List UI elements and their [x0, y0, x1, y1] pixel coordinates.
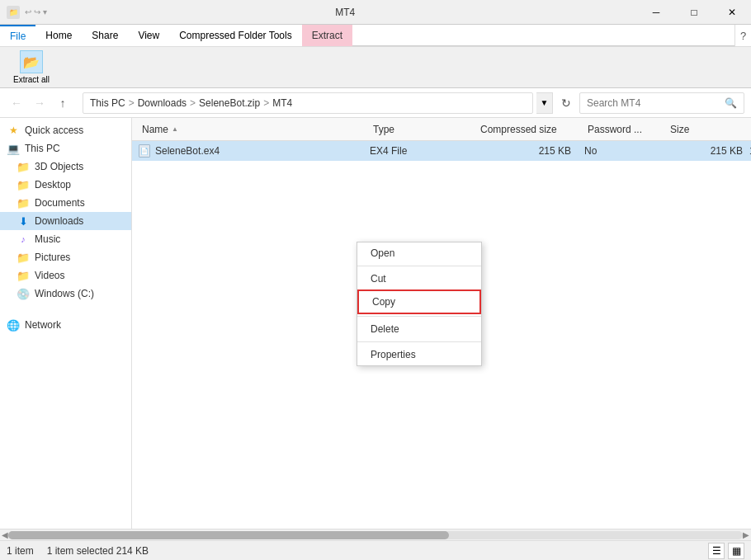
- extract-all-label: Extract all: [13, 75, 50, 84]
- drive-icon: 💿: [17, 287, 30, 300]
- sidebar-label-music: Music: [35, 233, 60, 245]
- help-button[interactable]: ?: [734, 25, 751, 46]
- sidebar-item-videos[interactable]: 📁 Videos: [0, 266, 131, 285]
- address-path[interactable]: This PC > Downloads > SeleneBot.zip > MT…: [83, 92, 533, 114]
- file-size-cell: 215 KB: [667, 145, 749, 157]
- sidebar-label-this-pc: This PC: [25, 143, 60, 154]
- back-button[interactable]: ←: [7, 93, 26, 113]
- horizontal-scrollbar[interactable]: ◀ ▶: [0, 529, 751, 540]
- sidebar-item-this-pc[interactable]: 💻 This PC: [0, 139, 131, 158]
- sidebar-label-pictures: Pictures: [35, 252, 70, 263]
- title-bar-icons: 📁 ↩ ↪ ▾: [0, 6, 54, 19]
- context-menu-item-delete[interactable]: Delete: [357, 318, 481, 340]
- file-name-cell: 📄 SeleneBot.ex4: [139, 144, 370, 158]
- music-icon: ♪: [17, 233, 30, 246]
- col-header-compressed[interactable]: Compressed size: [477, 124, 584, 135]
- path-seg-zip: SeleneBot.zip: [199, 97, 260, 109]
- search-icon: 🔍: [725, 97, 737, 109]
- desktop-icon: 📁: [17, 178, 30, 191]
- network-icon: 🌐: [7, 318, 20, 332]
- address-dropdown-button[interactable]: ▼: [536, 92, 553, 114]
- forward-button[interactable]: →: [30, 93, 50, 113]
- minimize-button[interactable]: ─: [637, 0, 675, 25]
- tab-home[interactable]: Home: [35, 25, 82, 46]
- 3d-folder-icon: 📁: [17, 160, 30, 173]
- scrollbar-thumb[interactable]: [8, 531, 449, 539]
- sidebar-item-3d-objects[interactable]: 📁 3D Objects: [0, 158, 131, 176]
- file-type-cell: EX4 File: [370, 145, 477, 157]
- sidebar-item-pictures[interactable]: 📁 Pictures: [0, 248, 131, 266]
- sidebar-item-windows-c[interactable]: 💿 Windows (C:): [0, 285, 131, 303]
- sidebar-item-downloads[interactable]: ⬇ Downloads: [0, 212, 131, 230]
- context-menu-item-open[interactable]: Open: [357, 242, 481, 264]
- sidebar-item-network[interactable]: 🌐 Network: [0, 316, 131, 334]
- videos-icon: 📁: [17, 269, 30, 282]
- sidebar-item-documents[interactable]: 📁 Documents: [0, 194, 131, 212]
- table-row[interactable]: 📄 SeleneBot.ex4 EX4 File 215 KB No 215 K…: [132, 141, 751, 161]
- sidebar-item-quick-access[interactable]: ★ Quick access: [0, 121, 131, 139]
- path-seg-mt4: MT4: [272, 97, 292, 109]
- path-sep-1: >: [129, 97, 135, 109]
- context-menu-sep-3: [357, 341, 481, 342]
- ribbon-tabs: File Home Share View Compressed Folder T…: [0, 25, 751, 46]
- context-menu-item-copy[interactable]: Copy: [357, 289, 481, 314]
- file-icon: 📄: [139, 144, 150, 158]
- close-button[interactable]: ✕: [713, 0, 751, 25]
- tab-spacer: [352, 25, 734, 46]
- tab-file[interactable]: File: [0, 25, 35, 46]
- tab-share[interactable]: Share: [82, 25, 128, 46]
- context-menu: Open Cut Copy Delete Properties: [357, 242, 482, 366]
- tab-extract[interactable]: Extract: [302, 25, 352, 46]
- extract-icon: 📂: [20, 50, 43, 73]
- context-menu-item-cut[interactable]: Cut: [357, 268, 481, 289]
- file-compressed-cell: 215 KB: [477, 145, 584, 157]
- col-header-type[interactable]: Type: [370, 124, 477, 135]
- path-seg-thispc: This PC: [90, 97, 125, 109]
- maximize-button[interactable]: □: [675, 0, 713, 25]
- sidebar: ★ Quick access 💻 This PC 📁 3D Objects 📁 …: [0, 118, 132, 529]
- up-button[interactable]: ↑: [53, 93, 73, 113]
- search-box[interactable]: 🔍: [579, 92, 744, 114]
- documents-icon: 📁: [17, 196, 30, 209]
- col-header-size[interactable]: Size: [667, 124, 749, 135]
- tab-view[interactable]: View: [128, 25, 169, 46]
- refresh-button[interactable]: ↻: [556, 93, 576, 113]
- search-input[interactable]: [587, 97, 721, 109]
- scroll-left-button[interactable]: ◀: [2, 530, 8, 539]
- status-info: 1 item 1 item selected 214 KB: [7, 545, 149, 557]
- sidebar-label-documents: Documents: [35, 197, 85, 209]
- column-headers: Name ▲ Type Compressed size Password ...…: [132, 118, 751, 141]
- details-view-button[interactable]: ☰: [708, 543, 725, 559]
- sidebar-item-desktop[interactable]: 📁 Desktop: [0, 176, 131, 194]
- path-sep-2: >: [190, 97, 196, 109]
- sidebar-label-videos: Videos: [35, 270, 64, 281]
- col-header-name[interactable]: Name ▲: [139, 124, 370, 135]
- title-bar: 📁 ↩ ↪ ▾ MT4 ─ □ ✕: [0, 0, 751, 25]
- file-name: SeleneBot.ex4: [155, 145, 220, 157]
- address-bar: ← → ↑ This PC > Downloads > SeleneBot.zi…: [0, 88, 751, 118]
- status-bar: 1 item 1 item selected 214 KB ☰ ▦: [0, 540, 751, 560]
- sidebar-label-network: Network: [25, 319, 61, 331]
- sidebar-item-music[interactable]: ♪ Music: [0, 230, 131, 248]
- context-menu-sep-1: [357, 266, 481, 266]
- extract-all-button[interactable]: 📂 Extract all: [7, 47, 56, 87]
- quick-access-toolbar: ↩ ↪ ▾: [25, 7, 47, 16]
- window-title: MT4: [54, 7, 637, 18]
- selected-info: 1 item selected 214 KB: [47, 545, 149, 557]
- scroll-right-button[interactable]: ▶: [743, 530, 749, 539]
- sidebar-spacer: [0, 303, 131, 316]
- sidebar-label-downloads: Downloads: [35, 215, 83, 227]
- star-icon: ★: [7, 124, 20, 137]
- sidebar-label-desktop: Desktop: [35, 179, 71, 191]
- tab-compressed-folder-tools[interactable]: Compressed Folder Tools: [169, 25, 302, 46]
- ribbon: File Home Share View Compressed Folder T…: [0, 25, 751, 88]
- window-controls: ─ □ ✕: [637, 0, 751, 25]
- scrollbar-track[interactable]: [8, 531, 743, 539]
- sidebar-label-3d-objects: 3D Objects: [35, 161, 83, 172]
- item-count: 1 item: [7, 545, 34, 557]
- main-layout: ★ Quick access 💻 This PC 📁 3D Objects 📁 …: [0, 118, 751, 529]
- context-menu-sep-2: [357, 316, 481, 317]
- col-header-password[interactable]: Password ...: [584, 124, 667, 135]
- context-menu-item-properties[interactable]: Properties: [357, 344, 481, 365]
- large-icons-view-button[interactable]: ▦: [728, 543, 744, 559]
